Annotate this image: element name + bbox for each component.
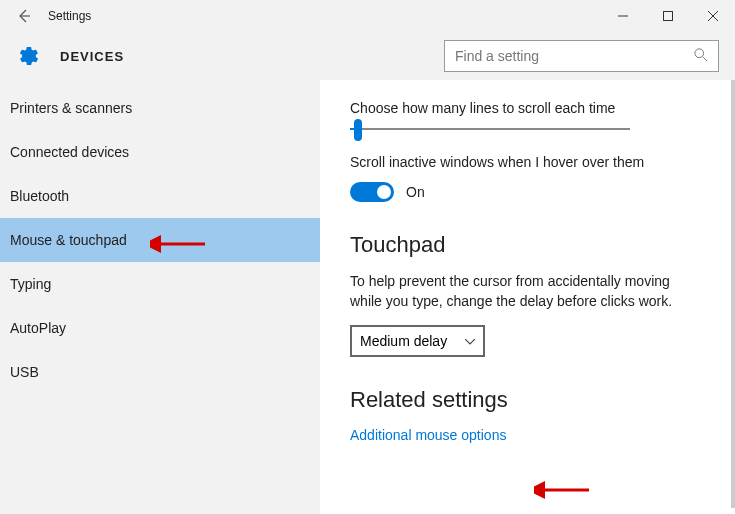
minimize-button[interactable] <box>600 0 645 32</box>
dropdown-value: Medium delay <box>360 333 447 349</box>
toggle-state-label: On <box>406 184 425 200</box>
toggle-knob <box>377 185 391 199</box>
sidebar-item-label: Typing <box>10 276 51 292</box>
maximize-button[interactable] <box>645 0 690 32</box>
related-settings-heading: Related settings <box>350 387 705 413</box>
delay-dropdown[interactable]: Medium delay <box>350 325 485 357</box>
sidebar-item-label: AutoPlay <box>10 320 66 336</box>
titlebar: Settings <box>0 0 735 32</box>
sidebar: Printers & scanners Connected devices Bl… <box>0 80 320 514</box>
search-icon <box>694 48 708 65</box>
close-button[interactable] <box>690 0 735 32</box>
search-box[interactable] <box>444 40 719 72</box>
back-button[interactable] <box>0 0 48 32</box>
sidebar-item-bluetooth[interactable]: Bluetooth <box>0 174 320 218</box>
sidebar-item-label: Printers & scanners <box>10 100 132 116</box>
sidebar-item-label: Bluetooth <box>10 188 69 204</box>
header-title: DEVICES <box>60 49 124 64</box>
sidebar-item-usb[interactable]: USB <box>0 350 320 394</box>
scrollbar[interactable] <box>731 80 735 508</box>
scroll-lines-slider[interactable] <box>350 128 705 130</box>
additional-mouse-options-link[interactable]: Additional mouse options <box>350 427 705 443</box>
svg-rect-1 <box>663 12 672 21</box>
scroll-lines-label: Choose how many lines to scroll each tim… <box>350 100 705 116</box>
sidebar-item-mouse-touchpad[interactable]: Mouse & touchpad <box>0 218 320 262</box>
caption-buttons <box>600 0 735 32</box>
window-title: Settings <box>48 9 600 23</box>
gear-icon <box>18 45 40 67</box>
search-input[interactable] <box>455 48 694 64</box>
sidebar-item-autoplay[interactable]: AutoPlay <box>0 306 320 350</box>
sidebar-item-printers[interactable]: Printers & scanners <box>0 86 320 130</box>
sidebar-item-label: Connected devices <box>10 144 129 160</box>
header: DEVICES <box>0 32 735 80</box>
sidebar-item-label: Mouse & touchpad <box>10 232 127 248</box>
touchpad-description: To help prevent the cursor from accident… <box>350 272 705 311</box>
slider-thumb[interactable] <box>354 119 362 141</box>
arrow-left-icon <box>16 8 32 24</box>
hover-scroll-toggle[interactable] <box>350 182 394 202</box>
sidebar-item-label: USB <box>10 364 39 380</box>
touchpad-heading: Touchpad <box>350 232 705 258</box>
chevron-down-icon <box>465 336 475 347</box>
svg-line-5 <box>703 56 707 60</box>
sidebar-item-connected-devices[interactable]: Connected devices <box>0 130 320 174</box>
sidebar-item-typing[interactable]: Typing <box>0 262 320 306</box>
hover-scroll-label: Scroll inactive windows when I hover ove… <box>350 154 705 170</box>
svg-point-4 <box>695 48 704 57</box>
main-panel: Choose how many lines to scroll each tim… <box>320 80 735 514</box>
